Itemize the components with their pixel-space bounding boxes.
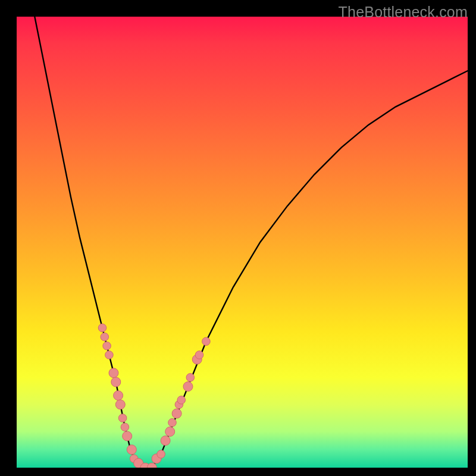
data-marker <box>98 324 107 332</box>
curve-line <box>35 17 468 468</box>
data-marker <box>115 400 125 409</box>
data-marker <box>202 337 211 346</box>
data-marker <box>101 333 109 341</box>
data-marker <box>118 414 127 422</box>
data-marker <box>183 382 193 392</box>
data-marker <box>168 418 177 427</box>
data-marker <box>114 391 123 400</box>
data-marker <box>161 436 170 446</box>
data-marker <box>157 450 165 459</box>
data-marker <box>109 368 118 378</box>
watermark-text: TheBottleneck.com <box>339 4 468 21</box>
bottleneck-curve <box>35 17 468 468</box>
chart-frame: TheBottleneck.com <box>0 0 476 476</box>
data-marker <box>111 377 121 387</box>
data-marker <box>127 445 136 455</box>
data-marker <box>121 423 129 431</box>
data-marker <box>165 427 175 436</box>
plot-area <box>17 17 468 468</box>
chart-svg <box>17 17 468 468</box>
data-marker <box>186 374 195 382</box>
curve-markers <box>98 324 210 468</box>
data-marker <box>103 342 111 350</box>
data-marker <box>177 396 186 405</box>
data-marker <box>123 431 132 441</box>
data-marker <box>105 351 114 359</box>
data-marker <box>195 351 203 359</box>
data-marker <box>172 409 181 418</box>
